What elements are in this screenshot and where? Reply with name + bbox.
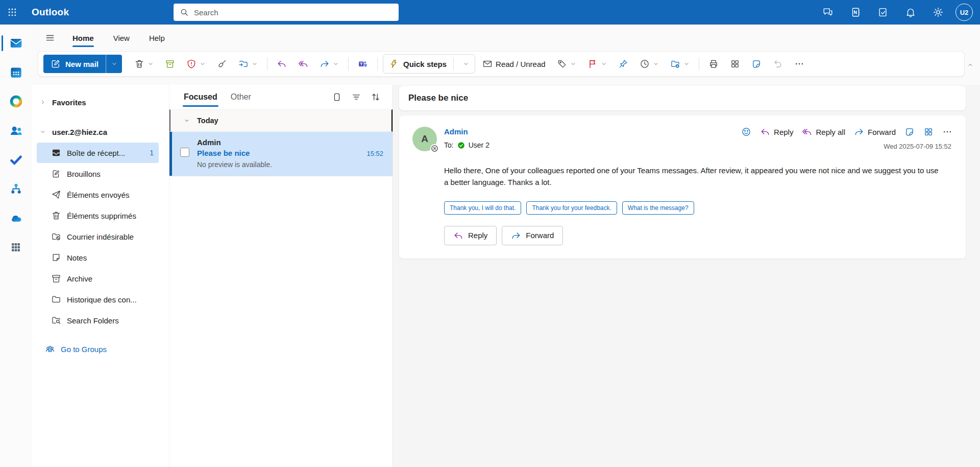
rules-button[interactable] — [666, 55, 694, 73]
folder-conversation-history[interactable]: Historique des con... — [37, 289, 159, 310]
chat-icon — [822, 7, 834, 18]
apps-button[interactable] — [923, 127, 934, 137]
folder-label: Historique des con... — [67, 295, 137, 304]
sticker-button[interactable] — [747, 55, 766, 73]
suggested-reply-3[interactable]: What is the message? — [622, 201, 694, 215]
folder-notes[interactable]: Notes — [37, 247, 159, 268]
ribbon-tab-row: Home View Help — [32, 25, 980, 51]
tab-home[interactable]: Home — [65, 29, 101, 48]
quick-steps-chevron[interactable] — [458, 61, 474, 67]
rail-item-onedrive[interactable] — [0, 203, 32, 232]
sweep-button[interactable] — [213, 55, 231, 73]
share-to-teams-button[interactable] — [354, 55, 372, 73]
message-list-item[interactable]: Admin Please be nice 15:52 No preview is… — [169, 132, 393, 176]
chat-button[interactable] — [818, 2, 838, 22]
rail-item-people[interactable] — [0, 116, 32, 145]
apps-grid-button[interactable] — [726, 55, 744, 73]
quick-steps-dropdown[interactable]: Quick steps — [383, 54, 475, 74]
chevron-down-icon — [463, 61, 469, 67]
reply-label: Reply — [774, 128, 793, 136]
sort-button[interactable] — [367, 88, 384, 106]
app-launcher-button[interactable] — [0, 0, 24, 25]
app-launcher-icon — [7, 7, 17, 17]
forward-footer-button[interactable]: Forward — [502, 226, 563, 245]
favorites-label: Favorites — [52, 98, 86, 107]
read-unread-button[interactable]: Read / Unread — [478, 55, 550, 73]
message-checkbox[interactable] — [180, 148, 189, 157]
suggested-reply-2[interactable]: Thank you for your feedback. — [526, 201, 617, 215]
tab-focused[interactable]: Focused — [178, 87, 224, 107]
reply-all-button[interactable] — [294, 55, 312, 73]
nav-toggle-button[interactable] — [40, 28, 60, 48]
rail-item-todo[interactable] — [0, 145, 32, 174]
todo-app-icon — [9, 153, 23, 167]
search-input[interactable] — [194, 8, 393, 17]
new-mail-button[interactable]: New mail — [43, 55, 106, 73]
rail-item-mail[interactable] — [0, 29, 32, 58]
flag-button[interactable] — [583, 55, 611, 73]
reply-action[interactable]: Reply — [760, 127, 793, 137]
lightning-bolt-icon — [388, 59, 399, 69]
note-icon — [51, 252, 61, 263]
delete-button[interactable] — [130, 55, 158, 73]
todo-button[interactable] — [873, 2, 893, 22]
snooze-button[interactable] — [635, 55, 663, 73]
calendar-app-icon — [9, 65, 23, 79]
more-message-actions-button[interactable] — [942, 127, 952, 137]
tab-view[interactable]: View — [106, 29, 137, 48]
more-options-button[interactable] — [790, 55, 808, 73]
message-list-header: Focused Other — [169, 85, 393, 109]
app-title: Outlook — [32, 7, 69, 18]
sender-name-link[interactable]: Admin — [444, 127, 468, 136]
folder-sent[interactable]: Éléments envoyés — [37, 184, 159, 205]
folder-archive[interactable]: Archive — [37, 268, 159, 289]
new-mail-dropdown[interactable] — [106, 55, 122, 73]
rail-item-org-explorer[interactable] — [0, 174, 32, 203]
folder-search-folders[interactable]: Search Folders — [37, 310, 159, 331]
clock-icon — [640, 59, 650, 69]
select-messages-button[interactable] — [328, 88, 346, 106]
app-rail — [0, 25, 32, 467]
notifications-button[interactable] — [900, 2, 921, 22]
sticker-button[interactable] — [904, 127, 915, 137]
account-section[interactable]: user.2@hiez.ca — [32, 122, 169, 142]
folder-drafts[interactable]: Brouillons — [37, 164, 159, 184]
reply-footer-button[interactable]: Reply — [444, 226, 497, 245]
recipient-name[interactable]: User 2 — [469, 141, 489, 149]
chevron-down-icon — [683, 61, 690, 67]
rail-item-calendar[interactable] — [0, 58, 32, 87]
chevron-up-icon — [967, 62, 973, 68]
forward-action[interactable]: Forward — [854, 127, 896, 137]
react-button[interactable] — [741, 127, 751, 137]
move-to-button[interactable] — [234, 55, 262, 73]
tab-help[interactable]: Help — [142, 29, 172, 48]
folder-deleted[interactable]: Éléments supprimés — [37, 205, 159, 226]
pin-button[interactable] — [614, 55, 632, 73]
reply-all-action[interactable]: Reply all — [802, 127, 845, 137]
quick-steps-label: Quick steps — [403, 60, 447, 68]
account-avatar[interactable]: U2 — [955, 4, 973, 21]
settings-button[interactable] — [928, 2, 948, 22]
folder-inbox[interactable]: Boîte de récept... 1 — [37, 143, 159, 163]
go-to-groups-link[interactable]: Go to Groups — [37, 339, 112, 359]
reply-button[interactable] — [273, 55, 291, 73]
undo-button[interactable] — [769, 55, 787, 73]
print-button[interactable] — [704, 55, 723, 73]
favorites-section[interactable]: Favorites — [32, 92, 169, 112]
ribbon-toolbar: New mail Quick steps — [38, 51, 965, 77]
archive-button[interactable] — [161, 55, 179, 73]
rail-item-copilot[interactable] — [0, 87, 32, 116]
folder-junk[interactable]: Courrier indésirable — [37, 226, 159, 247]
report-button[interactable] — [182, 55, 210, 73]
forward-button[interactable] — [315, 55, 343, 73]
group-header-today[interactable]: Today — [169, 109, 393, 132]
suggested-reply-1[interactable]: Thank you, I will do that. — [444, 201, 521, 215]
categorize-button[interactable] — [553, 55, 580, 73]
rail-item-more-apps[interactable] — [0, 232, 32, 262]
sender-avatar[interactable]: A — [412, 127, 437, 151]
folder-label: Éléments supprimés — [67, 212, 136, 220]
collapse-ribbon-button[interactable] — [965, 59, 976, 71]
onenote-button[interactable] — [845, 2, 866, 22]
tab-other[interactable]: Other — [225, 87, 257, 107]
filter-button[interactable] — [348, 88, 365, 106]
